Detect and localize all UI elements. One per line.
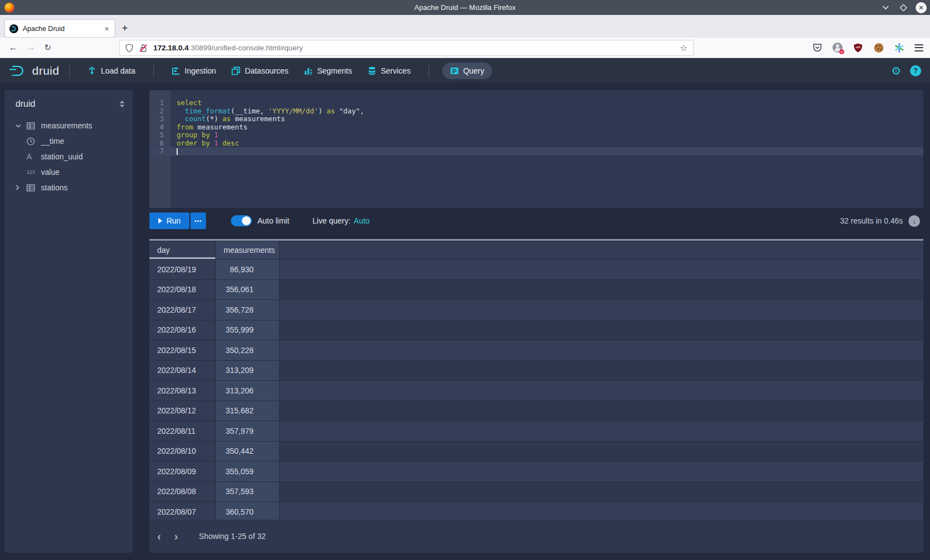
cell-measurements[interactable]: 350,228 xyxy=(216,340,280,360)
editor-line[interactable]: 7 xyxy=(149,147,923,155)
chevron-right-icon[interactable] xyxy=(16,185,27,190)
tree-item-stations[interactable]: stations xyxy=(4,180,133,195)
cell-measurements[interactable]: 355,059 xyxy=(216,462,280,481)
column-header-measurements[interactable]: measurements xyxy=(216,241,280,259)
cell-day[interactable]: 2022/08/13 xyxy=(149,381,216,401)
window-titlebar: Apache Druid — Mozilla Firefox × xyxy=(0,0,930,15)
ublock-icon[interactable]: uO xyxy=(853,43,863,53)
cell-measurements[interactable]: 86,930 xyxy=(216,260,280,279)
account-icon[interactable]: x xyxy=(833,43,843,53)
nav-services[interactable]: Services xyxy=(360,58,418,83)
nav-query[interactable]: Query xyxy=(442,63,492,79)
table-row[interactable]: 2022/08/10 350,442 xyxy=(149,442,923,462)
pocket-icon[interactable] xyxy=(812,43,822,53)
cell-measurements[interactable]: 350,442 xyxy=(216,442,280,462)
chevron-down-icon[interactable] xyxy=(16,124,27,128)
window-close-icon[interactable]: × xyxy=(916,2,927,13)
prev-page-icon[interactable]: ‹ xyxy=(152,530,167,543)
cell-measurements[interactable]: 315,682 xyxy=(216,401,280,421)
segments-icon xyxy=(304,66,313,75)
nav-datasources[interactable]: Datasources xyxy=(224,58,296,83)
nav-ingestion[interactable]: Ingestion xyxy=(164,58,224,83)
editor-line[interactable]: 4from measurements xyxy=(149,123,923,132)
cell-day[interactable]: 2022/08/10 xyxy=(149,442,216,462)
browser-tab[interactable]: Apache Druid × xyxy=(4,19,115,38)
table-row[interactable]: 2022/08/12 315,682 xyxy=(149,401,923,422)
editor-line[interactable]: 6order by 1 desc xyxy=(149,139,923,148)
settings-gear-icon[interactable]: ⚙ xyxy=(891,65,901,76)
column-header-day[interactable]: day xyxy=(149,241,216,259)
editor-line[interactable]: 1select xyxy=(149,99,923,107)
table-row[interactable]: 2022/08/15 350,228 xyxy=(149,340,923,361)
run-more-button[interactable]: ••• xyxy=(190,212,206,229)
live-query-value[interactable]: Auto xyxy=(354,216,370,225)
cell-measurements[interactable]: 360,570 xyxy=(216,502,280,520)
editor-line[interactable]: 5group by 1 xyxy=(149,131,923,139)
cell-measurements[interactable]: 313,206 xyxy=(216,381,280,401)
help-icon[interactable]: ? xyxy=(910,65,921,76)
table-row[interactable]: 2022/08/13 313,206 xyxy=(149,381,923,401)
nav-segments[interactable]: Segments xyxy=(296,58,360,83)
browser-toolbar: ← → ↻ 172.18.0.4:30899/unified-console.h… xyxy=(0,38,930,58)
insecure-lock-icon[interactable] xyxy=(139,44,148,53)
table-row[interactable]: 2022/08/18 356,061 xyxy=(149,280,923,300)
cookie-icon[interactable] xyxy=(874,43,884,53)
tree-item-time[interactable]: __time xyxy=(4,133,133,149)
cell-measurements[interactable]: 356,061 xyxy=(216,280,280,300)
window-minimize-icon[interactable] xyxy=(880,2,891,13)
forward-icon[interactable]: → xyxy=(27,43,35,53)
cell-day[interactable]: 2022/08/09 xyxy=(149,462,216,481)
run-button[interactable]: Run xyxy=(149,212,189,229)
cell-measurements[interactable]: 313,209 xyxy=(216,361,280,381)
window-title: Apache Druid — Mozilla Firefox xyxy=(0,3,930,12)
tree-item-station-uuid[interactable]: A station_uuid xyxy=(4,149,133,164)
reload-icon[interactable]: ↻ xyxy=(44,43,51,53)
cell-day[interactable]: 2022/08/19 xyxy=(149,260,216,279)
table-row[interactable]: 2022/08/17 356,728 xyxy=(149,300,923,320)
header-filler xyxy=(280,241,923,259)
table-scrollbar[interactable] xyxy=(149,239,923,241)
cell-day[interactable]: 2022/08/16 xyxy=(149,320,216,340)
pagination-bar: ‹ › Showing 1-25 of 32 xyxy=(149,520,923,553)
table-row[interactable]: 2022/08/19 86,930 xyxy=(149,260,923,280)
tree-item-measurements[interactable]: measurements xyxy=(4,118,133,133)
cell-day[interactable]: 2022/08/15 xyxy=(149,340,216,360)
next-page-icon[interactable]: › xyxy=(169,530,184,543)
menu-icon[interactable] xyxy=(914,44,923,51)
nav-load-data[interactable]: Load data xyxy=(80,58,143,83)
datasource-select[interactable]: druid xyxy=(16,99,35,109)
table-row[interactable]: 2022/08/08 357,593 xyxy=(149,482,923,502)
table-row[interactable]: 2022/08/07 360,570 xyxy=(149,502,923,520)
tab-close-icon[interactable]: × xyxy=(104,24,110,33)
cell-day[interactable]: 2022/08/18 xyxy=(149,280,216,300)
cell-day[interactable]: 2022/08/17 xyxy=(149,300,216,320)
cell-measurements[interactable]: 357,979 xyxy=(216,421,280,441)
cell-day[interactable]: 2022/08/08 xyxy=(149,482,216,502)
table-row[interactable]: 2022/08/14 313,209 xyxy=(149,361,923,381)
cell-measurements[interactable]: 355,999 xyxy=(216,320,280,340)
cell-measurements[interactable]: 357,593 xyxy=(216,482,280,502)
druid-logo[interactable]: druid xyxy=(9,64,59,77)
cell-day[interactable]: 2022/08/14 xyxy=(149,361,216,381)
table-row[interactable]: 2022/08/09 355,059 xyxy=(149,462,923,482)
download-icon[interactable]: ↓ xyxy=(908,215,920,227)
cell-measurements[interactable]: 356,728 xyxy=(216,300,280,320)
table-row[interactable]: 2022/08/16 355,999 xyxy=(149,320,923,341)
double-caret-icon[interactable] xyxy=(119,100,125,108)
tree-item-value[interactable]: 123 value xyxy=(4,164,133,180)
new-tab-button[interactable]: + xyxy=(122,22,128,34)
editor-line[interactable]: 2 time_format(__time, 'YYYY/MM/dd') as "… xyxy=(149,107,923,116)
editor-line[interactable]: 3 count(*) as measurements xyxy=(149,115,923,123)
table-row[interactable]: 2022/08/11 357,979 xyxy=(149,421,923,442)
shield-icon[interactable] xyxy=(125,44,133,53)
cell-day[interactable]: 2022/08/12 xyxy=(149,401,216,421)
cell-day[interactable]: 2022/08/07 xyxy=(149,502,216,520)
cell-day[interactable]: 2022/08/11 xyxy=(149,421,216,441)
sql-editor[interactable]: 1select2 time_format(__time, 'YYYY/MM/dd… xyxy=(149,90,923,208)
extension-asterisk-icon[interactable] xyxy=(894,43,904,53)
back-icon[interactable]: ← xyxy=(9,43,18,53)
url-bar[interactable]: 172.18.0.4:30899/unified-console.html#qu… xyxy=(119,40,694,56)
bookmark-star-icon[interactable]: ☆ xyxy=(680,43,688,53)
window-maximize-icon[interactable] xyxy=(898,2,909,13)
auto-limit-toggle[interactable] xyxy=(231,215,252,226)
